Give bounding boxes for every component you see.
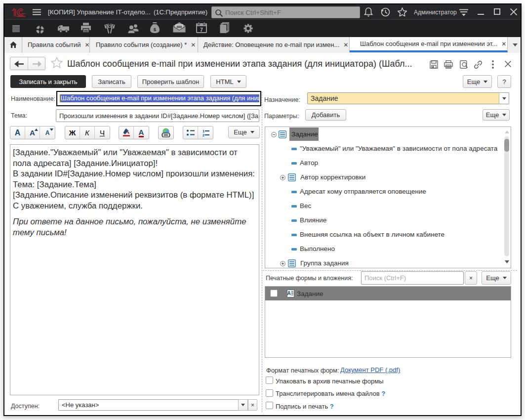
svg-text:$: $ <box>154 27 157 32</box>
svg-text:А: А <box>287 291 290 296</box>
svg-text:7: 7 <box>200 27 203 33</box>
svg-text:2: 2 <box>202 132 204 136</box>
